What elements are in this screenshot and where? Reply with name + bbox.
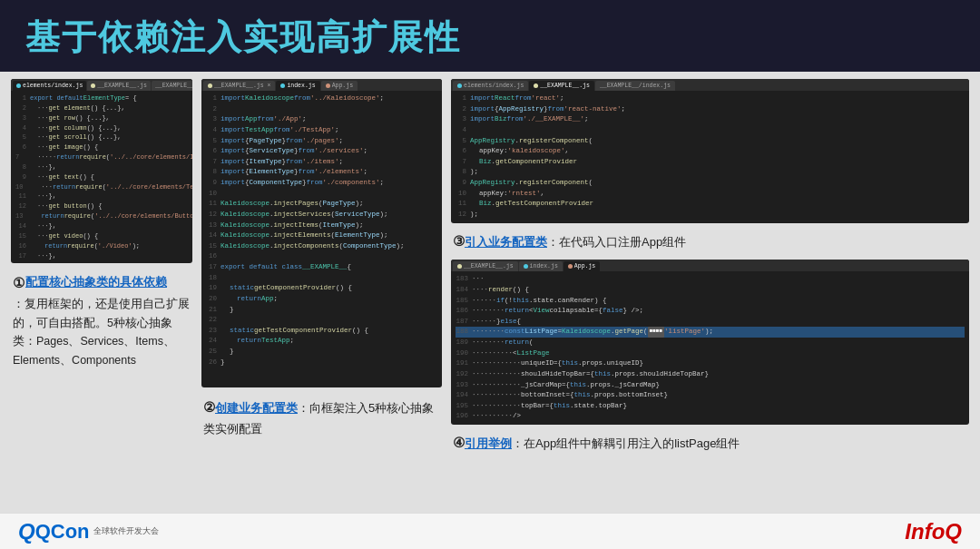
content-area: elements/index.js __EXAMPLE__.js __EXAMP… — [0, 72, 980, 544]
tab-example-js-1[interactable]: __EXAMPLE__.js — [87, 81, 151, 91]
qcon-logo: Q QCon 全球软件开发大会 — [18, 519, 159, 544]
infoq-logo: InfoQ — [905, 519, 962, 544]
ann3-text: ：在代码入口注册App组件 — [547, 235, 686, 249]
page-container: 基于依赖注入实现高扩展性 elements/index.js __EXAMPLE… — [0, 0, 980, 549]
annotation-2: ②创建业务配置类：向框架注入5种核心抽象类实例配置 — [201, 393, 442, 442]
tab-index-js-2[interactable]: index.js — [276, 81, 319, 91]
ann2-number: ② — [203, 399, 215, 415]
ann3-number: ③ — [453, 233, 465, 249]
tab-index-4[interactable]: index.js — [519, 261, 563, 271]
ann1-text: ：复用框架的，还是使用自己扩展的，可自由搭配。5种核心抽象类：Pages、Ser… — [13, 298, 190, 367]
code-panel-2: __EXAMPLE__.js × index.js App.js 1import… — [201, 79, 442, 387]
ann4-number: ④ — [453, 435, 465, 450]
tab-example-4[interactable]: __EXAMPLE__.js — [453, 261, 518, 271]
right-column: elements/index.js __EXAMPLE__.js __EXAMP… — [451, 79, 969, 536]
mid-column: __EXAMPLE__.js × index.js App.js 1import… — [201, 79, 442, 536]
annotation-3: ③引入业务配置类：在代码入口注册App组件 — [451, 229, 969, 255]
ann4-bold: 引用举例 — [465, 436, 512, 450]
header: 基于依赖注入实现高扩展性 — [0, 0, 980, 72]
code-body-2: 1import Kaleidoscope from '../Kaleidosco… — [201, 91, 442, 370]
qcon-label: QCon — [35, 520, 90, 544]
qcon-sub-text: 全球软件开发大会 — [93, 526, 159, 536]
qcon-subtitle: 全球软件开发大会 — [93, 526, 159, 536]
tab-elements-3[interactable]: elements/index.js — [453, 81, 528, 91]
tabs-bar-2: __EXAMPLE__.js × index.js App.js — [201, 79, 442, 91]
tabs-bar-1: elements/index.js __EXAMPLE__.js __EXAMP… — [11, 79, 192, 91]
qcon-q-logo: Q QCon — [18, 519, 90, 544]
infoq-label: InfoQ — [905, 519, 962, 544]
code-panel-1: elements/index.js __EXAMPLE__.js __EXAMP… — [11, 79, 192, 263]
ann1-number: ① — [13, 272, 24, 295]
annotation-4: ④引用举例：在App组件中解耦引用注入的listPage组件 — [451, 430, 969, 456]
code-body-4: 183··· 184····render() { 185······if (!t… — [451, 271, 969, 425]
code-panel-4: __EXAMPLE__.js index.js App.js 183··· 18… — [451, 260, 969, 425]
tab-elements-index[interactable]: elements/index.js — [13, 81, 86, 91]
ann2-bold: 创建业务配置类 — [215, 401, 298, 415]
left-column: elements/index.js __EXAMPLE__.js __EXAMP… — [11, 79, 192, 536]
tabs-bar-4: __EXAMPLE__.js index.js App.js — [451, 260, 969, 271]
tab-example-3[interactable]: __EXAMPLE__.js — [529, 81, 594, 91]
tab-example-index-1[interactable]: __EXAMPLE__/index.js — [152, 81, 192, 91]
code-body-3: 1import React from 'react'; 2import {App… — [451, 91, 969, 223]
tab-app-js-2[interactable]: App.js — [321, 81, 358, 91]
tab-example-js-2[interactable]: __EXAMPLE__.js × — [203, 81, 275, 91]
footer: Q QCon 全球软件开发大会 InfoQ — [0, 513, 980, 549]
tab-example-index-3[interactable]: __EXAMPLE__/index.js — [595, 81, 675, 91]
tabs-bar-3: elements/index.js __EXAMPLE__.js __EXAMP… — [451, 79, 969, 91]
tab-app-4[interactable]: App.js — [564, 261, 600, 271]
ann3-bold: 引入业务配置类 — [465, 235, 547, 249]
ann1-bold: 配置核心抽象类的具体依赖 — [25, 272, 167, 291]
ann1-heading: ①配置核心抽象类的具体依赖 — [13, 272, 191, 295]
code-body-1: 1export default ElementType = { 2···get … — [11, 91, 192, 263]
annotation-1: ①配置核心抽象类的具体依赖 ：复用框架的，还是使用自己扩展的，可自由搭配。5种核… — [11, 269, 192, 373]
code-panel-3: elements/index.js __EXAMPLE__.js __EXAMP… — [451, 79, 969, 223]
ann4-text: ：在App组件中解耦引用注入的listPage组件 — [512, 436, 740, 450]
page-title: 基于依赖注入实现高扩展性 — [25, 15, 955, 61]
